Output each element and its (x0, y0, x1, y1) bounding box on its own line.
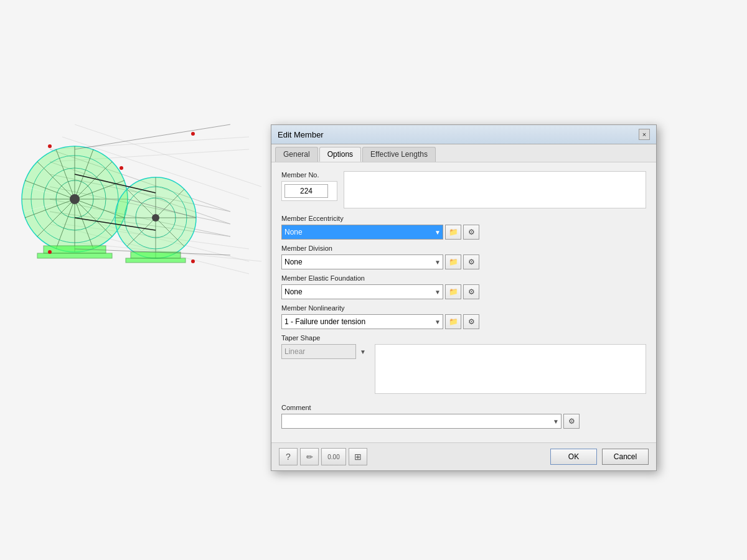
edit-icon-2: ⚙ (468, 258, 475, 266)
member-division-row: None ▼ 📁 ⚙ (281, 254, 646, 269)
comment-select[interactable] (281, 414, 561, 429)
svg-point-48 (48, 144, 52, 148)
member-division-select-wrapper: None ▼ (281, 254, 443, 269)
top-section: Member No. 224 (281, 171, 646, 208)
edit-button[interactable]: ✏ (300, 448, 319, 465)
tabs-bar: General Options Effective Lengths (271, 144, 656, 162)
member-division-label: Member Division (281, 245, 646, 252)
svg-point-51 (191, 259, 195, 263)
cancel-button[interactable]: Cancel (602, 449, 649, 465)
folder-icon-3: 📁 (449, 287, 458, 296)
elastic-edit-btn[interactable]: ⚙ (463, 284, 479, 299)
member-no-group: Member No. 224 (281, 171, 337, 203)
member-no-label: Member No. (281, 171, 337, 179)
folder-icon-4: 📁 (449, 317, 458, 326)
taper-shape-select: Linear (281, 344, 356, 359)
member-nonlinearity-label: Member Nonlinearity (281, 304, 646, 312)
taper-left-panel: Linear ▼ (281, 344, 369, 394)
tab-general[interactable]: General (275, 147, 318, 162)
svg-rect-33 (37, 253, 112, 258)
eccentricity-edit-btn[interactable]: ⚙ (463, 225, 479, 240)
member-nonlinearity-select-wrapper: 1 - Failure under tension ▼ (281, 314, 443, 329)
ok-button[interactable]: OK (550, 449, 597, 465)
member-nonlinearity-select[interactable]: 1 - Failure under tension (281, 314, 443, 329)
dialog-title: Edit Member (278, 130, 324, 139)
blank-area-top (344, 171, 646, 208)
eccentricity-folder-btn[interactable]: 📁 (445, 225, 461, 240)
comment-select-wrapper: ▼ (281, 414, 561, 429)
calculator-icon: 0.00 (327, 454, 339, 460)
edit-icon-4: ⚙ (468, 317, 475, 326)
dialog-body: Member No. 224 Member Eccentricity None … (271, 162, 656, 442)
edit-icon-3: ⚙ (468, 287, 475, 296)
edit-member-dialog: Edit Member × General Options Effective … (271, 124, 657, 471)
help-icon: ? (286, 452, 291, 462)
member-no-input[interactable]: 224 (284, 184, 328, 198)
member-eccentricity-row: None ▼ 📁 ⚙ (281, 225, 646, 240)
footer-actions: OK Cancel (550, 449, 649, 465)
folder-icon: 📁 (449, 228, 458, 236)
taper-arrow-icon: ▼ (360, 348, 366, 355)
comment-row: ▼ ⚙ (281, 414, 646, 429)
tab-options[interactable]: Options (319, 147, 361, 162)
elastic-folder-btn[interactable]: 📁 (445, 284, 461, 299)
svg-line-45 (75, 124, 230, 149)
table-icon: ⊞ (354, 452, 362, 462)
nonlinearity-folder-btn[interactable]: 📁 (445, 314, 461, 329)
taper-shape-label: Taper Shape (281, 334, 646, 342)
tab-effective-lengths[interactable]: Effective Lengths (362, 147, 436, 162)
dialog-footer: ? ✏ 0.00 ⊞ OK Cancel (271, 442, 656, 470)
taper-select-wrapper: Linear ▼ (281, 344, 369, 359)
member-eccentricity-group: Member Eccentricity None ▼ 📁 ⚙ (281, 215, 646, 240)
member-no-box: 224 (281, 181, 337, 201)
taper-shape-preview (375, 344, 646, 394)
svg-point-52 (120, 166, 123, 170)
taper-shape-group: Taper Shape Linear ▼ (281, 334, 646, 399)
member-division-group: Member Division None ▼ 📁 ⚙ (281, 245, 646, 269)
member-division-select[interactable]: None (281, 254, 443, 269)
taper-section: Linear ▼ (281, 344, 646, 394)
comment-edit-btn[interactable]: ⚙ (563, 414, 580, 429)
close-button[interactable]: × (639, 129, 650, 140)
comment-label: Comment (281, 404, 646, 411)
member-elastic-foundation-row: None ▼ 📁 ⚙ (281, 284, 646, 299)
member-elastic-foundation-label: Member Elastic Foundation (281, 274, 646, 282)
member-elastic-foundation-select-wrapper: None ▼ (281, 284, 443, 299)
pencil-icon: ✏ (306, 452, 313, 462)
member-nonlinearity-group: Member Nonlinearity 1 - Failure under te… (281, 304, 646, 329)
calculator-button[interactable]: 0.00 (321, 448, 346, 465)
edit-icon: ⚙ (468, 228, 475, 236)
svg-point-50 (191, 132, 195, 136)
model-3d-visualization (12, 25, 293, 429)
member-eccentricity-select-wrapper: None ▼ (281, 225, 443, 240)
help-button[interactable]: ? (279, 448, 298, 465)
edit-icon-5: ⚙ (568, 417, 575, 426)
member-nonlinearity-row: 1 - Failure under tension ▼ 📁 ⚙ (281, 314, 646, 329)
footer-tools: ? ✏ 0.00 ⊞ (279, 448, 367, 465)
member-elastic-foundation-group: Member Elastic Foundation None ▼ 📁 ⚙ (281, 274, 646, 299)
svg-point-49 (48, 250, 52, 254)
member-eccentricity-select[interactable]: None (281, 225, 443, 240)
svg-point-42 (152, 214, 159, 222)
member-eccentricity-label: Member Eccentricity (281, 215, 646, 222)
division-edit-btn[interactable]: ⚙ (463, 254, 479, 269)
division-folder-btn[interactable]: 📁 (445, 254, 461, 269)
folder-icon-2: 📁 (449, 258, 458, 266)
comment-group: Comment ▼ ⚙ (281, 404, 646, 429)
svg-point-27 (70, 194, 80, 204)
nonlinearity-edit-btn[interactable]: ⚙ (463, 314, 479, 329)
dialog-titlebar: Edit Member × (271, 125, 656, 144)
member-elastic-foundation-select[interactable]: None (281, 284, 443, 299)
table-button[interactable]: ⊞ (349, 448, 367, 465)
svg-rect-44 (126, 258, 186, 263)
